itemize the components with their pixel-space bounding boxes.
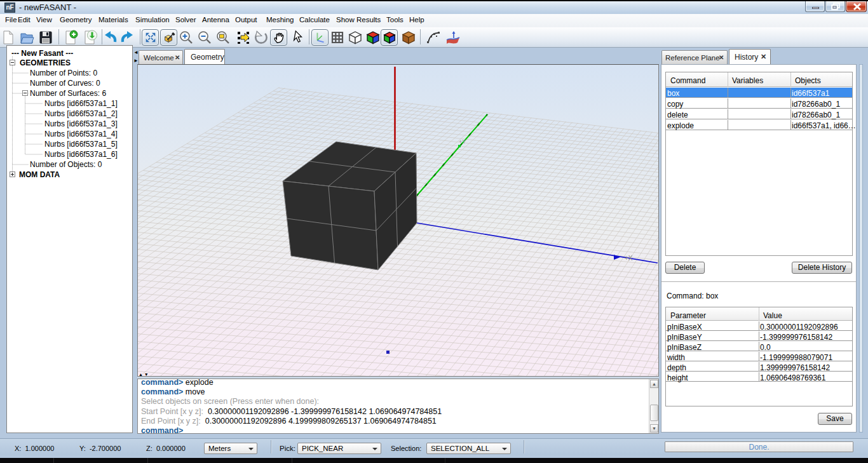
svg-text:+X: +X: [625, 255, 633, 262]
svg-text:+Y: +Y: [459, 138, 466, 145]
